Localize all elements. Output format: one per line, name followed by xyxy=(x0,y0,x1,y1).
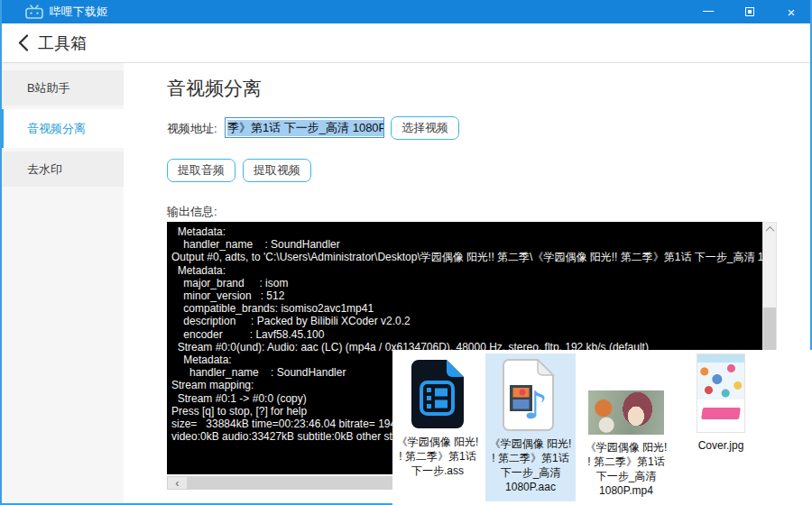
sidebar-item-bilibili-helper[interactable]: B站助手 xyxy=(0,70,124,106)
bilibili-tv-icon xyxy=(25,5,43,19)
svg-text:♪: ♪ xyxy=(523,383,548,427)
toolbox-header: 工具箱 xyxy=(0,23,812,63)
app-window: 哔哩下载姬 — × 工具箱 B站助手 音视频分离 去水印 音视频分离 视频地址:… xyxy=(0,0,812,505)
back-chevron-icon xyxy=(18,34,29,51)
file-item-aac[interactable]: ♪ 《学园偶像 阳光! ! 第二季》第1话 下一步_高清 1080P.aac xyxy=(485,354,576,501)
mp4-thumbnail xyxy=(588,390,664,435)
output-label: 输出信息: xyxy=(167,204,217,220)
maximize-button[interactable] xyxy=(729,0,770,23)
back-button[interactable]: 工具箱 xyxy=(18,32,87,54)
desktop-files-panel: 《学园偶像 阳光! ! 第二季》第1话 下一步.ass ♪ 《学园偶像 阳光! … xyxy=(392,350,812,505)
minimize-icon: — xyxy=(703,5,714,17)
close-icon: × xyxy=(788,5,796,20)
titlebar: 哔哩下载姬 — × xyxy=(0,0,812,23)
maximize-icon xyxy=(745,7,754,16)
extract-video-button[interactable]: 提取视频 xyxy=(243,159,311,182)
file-item-cover[interactable]: Cover.jpg xyxy=(678,354,764,453)
video-path-label: 视频地址: xyxy=(167,121,217,137)
extract-audio-button[interactable]: 提取音频 xyxy=(167,159,235,182)
close-button[interactable]: × xyxy=(770,0,812,23)
video-file-icon xyxy=(405,359,470,429)
sidebar-item-av-separation[interactable]: 音视频分离 xyxy=(0,109,124,148)
sidebar-item-remove-watermark[interactable]: 去水印 xyxy=(0,152,124,187)
window-title: 哔哩下载姬 xyxy=(50,5,108,20)
cover-thumbnail xyxy=(697,354,745,433)
file-label: 《学园偶像 阳光! ! 第二季》第1话 下一步.ass xyxy=(397,435,479,478)
video-path-selected-text: 季》第1话 下一步_高清 1080P.mp4 xyxy=(227,120,384,136)
audio-file-icon: ♪ xyxy=(498,359,563,431)
sidebar: B站助手 音视频分离 去水印 xyxy=(0,63,124,505)
file-label: Cover.jpg xyxy=(698,438,744,453)
file-label: 《学园偶像 阳光! ! 第二季》第1话 下一步_高清 1080P.aac xyxy=(490,436,572,494)
file-item-mp4[interactable]: 《学园偶像 阳光! ! 第二季》第1话 下一步_高清 1080P.mp4 xyxy=(578,359,674,498)
header-title: 工具箱 xyxy=(38,32,87,54)
file-item-ass[interactable]: 《学园偶像 阳光! ! 第二季》第1话 下一步.ass xyxy=(392,359,483,478)
video-path-input[interactable]: 季》第1话 下一步_高清 1080P.mp4 xyxy=(225,117,384,138)
cover-logo-strip xyxy=(701,408,740,419)
scroll-left-icon[interactable]: ‹ xyxy=(168,477,187,489)
page-title: 音视频分离 xyxy=(167,76,262,101)
scroll-up-icon[interactable] xyxy=(763,223,776,236)
minimize-button[interactable]: — xyxy=(687,0,729,23)
file-label: 《学园偶像 阳光! ! 第二季》第1话 下一步_高清 1080P.mp4 xyxy=(586,440,668,498)
window-controls: — × xyxy=(687,0,812,23)
choose-video-button[interactable]: 选择视频 xyxy=(391,116,459,140)
